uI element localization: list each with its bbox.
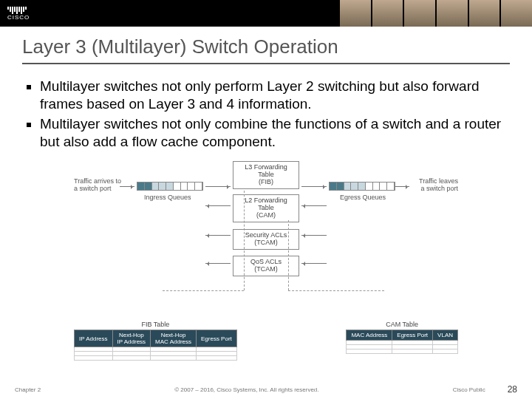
- chapter-label: Chapter 2: [15, 386, 41, 393]
- cam-table-wrap: CAM Table MAC Address Egress Port VLAN: [346, 321, 458, 361]
- connector-line: [163, 290, 244, 291]
- fib-header: Egress Port: [197, 330, 237, 347]
- page-number: 28: [508, 384, 517, 395]
- cam-table: MAC Address Egress Port VLAN: [346, 330, 458, 354]
- fib-table: IP Address Next-Hop IP Address Next-Hop …: [74, 330, 237, 361]
- header-band: CISCO: [0, 0, 532, 27]
- pipeline-box-acl: Security ACLs (TCAM): [233, 229, 299, 250]
- fib-table-title: FIB Table: [74, 321, 237, 328]
- connector-line: [288, 290, 384, 291]
- diagram: Traffic arrives to a switch port Traffic…: [74, 161, 458, 361]
- fib-header: IP Address: [75, 330, 113, 347]
- arrow-icon: [205, 186, 231, 187]
- cam-table-title: CAM Table: [346, 321, 458, 328]
- arrow-icon: [120, 186, 134, 187]
- arrow-icon: [205, 205, 231, 206]
- footer: Chapter 2 © 2007 – 2016, Cisco Systems, …: [0, 384, 532, 395]
- title-underline: [22, 63, 510, 64]
- copyright-text: © 2007 – 2016, Cisco Systems, Inc. All r…: [41, 386, 452, 393]
- cam-header: MAC Address: [347, 330, 392, 341]
- fib-header: Next-Hop IP Address: [112, 330, 151, 347]
- bullet-item: Multilayer switches not only perform Lay…: [40, 78, 510, 114]
- arrow-icon: [301, 205, 327, 206]
- logo-text: CISCO: [7, 15, 30, 21]
- traffic-out-label: Traffic leaves a switch port: [406, 177, 458, 192]
- ingress-queue: [137, 182, 203, 191]
- fib-table-wrap: FIB Table IP Address Next-Hop IP Address…: [74, 321, 237, 361]
- pipeline-box-cam: L2 Forwarding Table (CAM): [233, 194, 299, 222]
- arrow-icon: [205, 263, 231, 264]
- arrow-icon: [205, 235, 231, 236]
- arrow-icon: [395, 186, 409, 187]
- ingress-queue-label: Ingress Queues: [144, 194, 191, 201]
- arrow-icon: [301, 235, 327, 236]
- logo-bars-icon: [7, 7, 30, 14]
- fib-header: Next-Hop MAC Address: [151, 330, 197, 347]
- pipeline-box-fib: L3 Forwarding Table (FIB): [233, 161, 299, 189]
- cam-header: VLAN: [433, 330, 458, 341]
- arrow-icon: [301, 263, 327, 264]
- bullet-list: Multilayer switches not only perform Lay…: [0, 78, 532, 151]
- classification-label: Cisco Public: [453, 386, 485, 393]
- cam-header: Egress Port: [392, 330, 433, 341]
- egress-queue: [329, 182, 395, 191]
- slide-title: Layer 3 (Multilayer) Switch Operation: [0, 27, 532, 63]
- connector-line: [244, 191, 245, 290]
- egress-queue-label: Egress Queues: [340, 194, 386, 201]
- header-people-image: [340, 0, 532, 27]
- traffic-in-label: Traffic arrives to a switch port: [74, 177, 126, 192]
- cisco-logo: CISCO: [0, 7, 30, 21]
- connector-line: [288, 220, 289, 290]
- pipeline-box-qos: QoS ACLs (TCAM): [233, 256, 299, 276]
- bullet-item: Multilayer switches not only combine the…: [40, 115, 510, 151]
- arrow-icon: [301, 186, 327, 187]
